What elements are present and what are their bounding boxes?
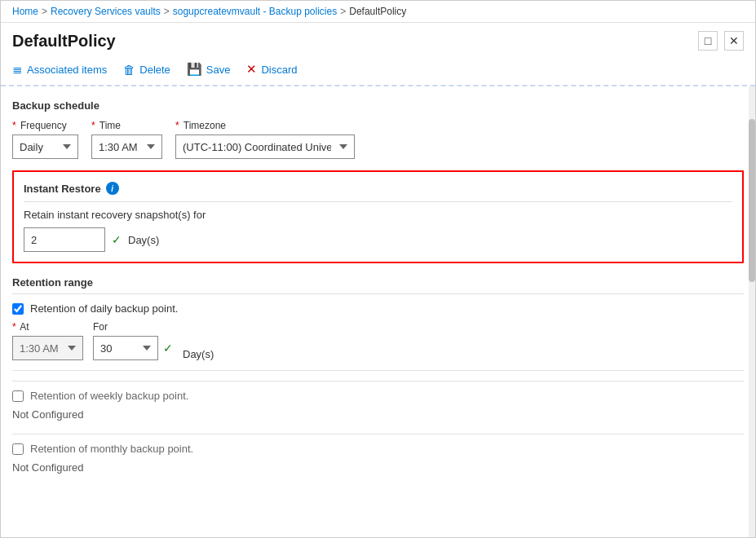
- grid-icon: ≣: [12, 62, 23, 77]
- at-group: * At 1:30 AM: [12, 321, 83, 360]
- breadcrumb-home[interactable]: Home: [12, 6, 38, 17]
- instant-restore-title: Instant Restore i: [24, 182, 732, 202]
- weekly-checkbox[interactable]: [12, 390, 24, 402]
- panel-controls: □ ✕: [698, 31, 744, 51]
- monthly-checkbox[interactable]: [12, 443, 24, 455]
- main-panel: Home > Recovery Services vaults > sogupc…: [0, 0, 756, 538]
- at-label: * At: [12, 321, 83, 333]
- timezone-required: *: [175, 120, 179, 131]
- time-select[interactable]: 1:30 AM: [91, 134, 162, 159]
- frequency-label: * Frequency: [12, 120, 78, 131]
- weekly-checkbox-row: Retention of weekly backup point.: [12, 381, 744, 402]
- daily-checkbox[interactable]: [12, 303, 24, 315]
- for-select-row: 30 ✓: [93, 336, 173, 360]
- timezone-label: * Timezone: [175, 120, 355, 131]
- for-group: For 30 ✓: [93, 321, 173, 360]
- save-label: Save: [206, 64, 231, 76]
- panel-header: DefaultPolicy □ ✕: [1, 23, 755, 54]
- timezone-select[interactable]: (UTC-11:00) Coordinated Universal ...: [175, 134, 355, 159]
- discard-button[interactable]: ✕ Discard: [246, 60, 297, 78]
- associated-items-label: Associated items: [27, 64, 107, 76]
- delete-label: Delete: [139, 64, 170, 76]
- snapshot-days-input[interactable]: [24, 227, 105, 252]
- scrollbar-track: [749, 86, 755, 537]
- snapshot-check-icon: ✓: [112, 233, 122, 246]
- breadcrumb-current: DefaultPolicy: [349, 6, 406, 17]
- monthly-section: Retention of monthly backup point. Not C…: [12, 434, 744, 477]
- breadcrumb-rsv[interactable]: Recovery Services vaults: [51, 6, 161, 17]
- monthly-not-configured: Not Configured: [12, 461, 744, 477]
- time-required: *: [91, 120, 95, 131]
- breadcrumb: Home > Recovery Services vaults > sogupc…: [1, 1, 755, 23]
- at-select[interactable]: 1:30 AM: [12, 336, 83, 360]
- content-area: Backup schedule * Frequency Daily Weekly…: [1, 86, 755, 537]
- close-button[interactable]: ✕: [724, 31, 744, 51]
- frequency-required: *: [12, 120, 16, 131]
- daily-days-label: Day(s): [183, 348, 214, 360]
- backup-schedule-row: * Frequency Daily Weekly * Time 1:30 AM: [12, 120, 744, 159]
- discard-icon: ✕: [246, 62, 257, 77]
- trash-icon: 🗑: [123, 63, 135, 77]
- info-icon[interactable]: i: [106, 182, 119, 195]
- restore-button[interactable]: □: [698, 31, 718, 51]
- delete-button[interactable]: 🗑 Delete: [123, 61, 170, 78]
- for-select[interactable]: 30: [93, 336, 158, 360]
- scrollbar-thumb[interactable]: [749, 119, 755, 282]
- for-label: For: [93, 321, 173, 333]
- time-label: * Time: [91, 120, 162, 131]
- weekly-not-configured: Not Configured: [12, 408, 744, 424]
- backup-schedule-label: Backup schedule: [12, 99, 744, 112]
- time-group: * Time 1:30 AM: [91, 120, 162, 159]
- instant-restore-label: Instant Restore: [24, 183, 101, 195]
- toolbar: ≣ Associated items 🗑 Delete 💾 Save ✕ Dis…: [1, 54, 755, 86]
- monthly-checkbox-row: Retention of monthly backup point.: [12, 434, 744, 455]
- breadcrumb-sep-2: >: [164, 6, 170, 17]
- timezone-group: * Timezone (UTC-11:00) Coordinated Unive…: [175, 120, 355, 159]
- breadcrumb-policies[interactable]: sogupcreatevmvault - Backup policies: [173, 6, 337, 17]
- weekly-checkbox-label: Retention of weekly backup point.: [30, 390, 188, 402]
- monthly-checkbox-label: Retention of monthly backup point.: [30, 443, 193, 455]
- discard-label: Discard: [261, 64, 297, 76]
- save-icon: 💾: [187, 62, 202, 77]
- frequency-select[interactable]: Daily Weekly: [12, 134, 78, 159]
- at-for-row: * At 1:30 AM For 30 ✓ Da: [12, 321, 744, 371]
- page-title: DefaultPolicy: [12, 32, 116, 51]
- instant-restore-input-row: ✓ Day(s): [24, 227, 732, 252]
- retention-range-title: Retention range: [12, 276, 744, 294]
- breadcrumb-sep-3: >: [340, 6, 346, 17]
- weekly-section: Retention of weekly backup point. Not Co…: [12, 381, 744, 424]
- retention-section: Retention range Retention of daily backu…: [12, 276, 744, 477]
- at-required: *: [12, 321, 16, 333]
- associated-items-button[interactable]: ≣ Associated items: [12, 60, 107, 78]
- daily-checkbox-label: Retention of daily backup point.: [30, 302, 178, 315]
- save-button[interactable]: 💾 Save: [187, 60, 231, 78]
- snapshot-days-label: Day(s): [128, 234, 159, 246]
- for-check-icon: ✓: [163, 342, 173, 355]
- retain-label: Retain instant recovery snapshot(s) for: [24, 209, 732, 221]
- frequency-group: * Frequency Daily Weekly: [12, 120, 78, 159]
- daily-checkbox-row: Retention of daily backup point.: [12, 302, 744, 315]
- instant-restore-box: Instant Restore i Retain instant recover…: [12, 170, 744, 263]
- breadcrumb-sep-1: >: [42, 6, 47, 17]
